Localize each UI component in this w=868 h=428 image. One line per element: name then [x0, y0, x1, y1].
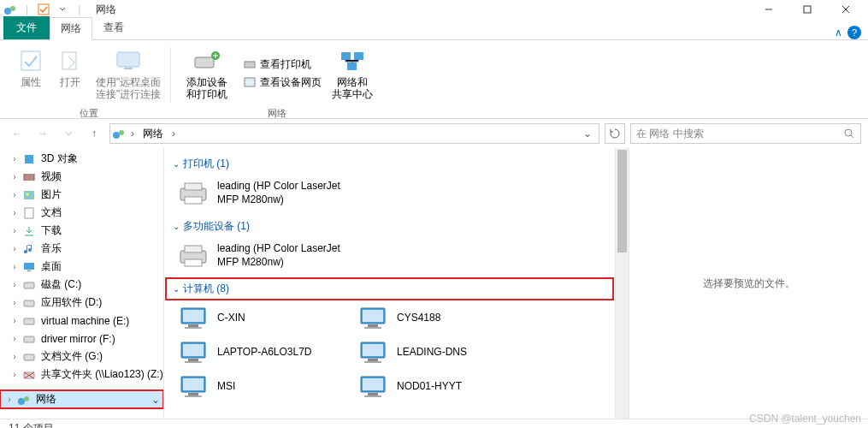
chevron-right-icon[interactable]: › — [129, 128, 136, 140]
folder-icon — [22, 278, 36, 292]
expand-icon[interactable]: › — [9, 316, 21, 325]
refresh-button[interactable] — [605, 123, 625, 144]
device-label: CYS4188 — [397, 312, 528, 325]
device-item[interactable]: LEADING-DNS — [352, 336, 532, 370]
minimize-button[interactable] — [749, 0, 788, 20]
tree-item[interactable]: ›文档文件 (G:) — [0, 348, 163, 366]
tab-view[interactable]: 查看 — [92, 16, 135, 39]
tree-item[interactable]: ›视频 — [0, 168, 163, 186]
svg-rect-6 — [117, 52, 139, 67]
folder-icon — [22, 350, 36, 364]
tree-item[interactable]: ›共享文件夹 (\\Liao123) (Z:) — [0, 366, 163, 383]
expand-icon[interactable]: › — [9, 334, 21, 343]
svg-rect-13 — [354, 52, 363, 60]
expand-icon[interactable]: › — [9, 244, 21, 253]
tree-label: 网络 — [36, 392, 56, 407]
ribbon-properties[interactable]: 属性 — [12, 44, 50, 104]
svg-rect-48 — [183, 344, 204, 356]
device-item[interactable]: NOD01-HYYT — [352, 370, 532, 404]
status-bar: 11 个项目 — [0, 419, 868, 428]
group-header[interactable]: ⌄打印机 (1) — [166, 153, 613, 175]
computer-icon — [356, 339, 390, 366]
device-item[interactable]: C-XIN — [173, 301, 352, 336]
svg-point-16 — [119, 130, 124, 135]
tab-network[interactable]: 网络 — [50, 17, 92, 40]
ribbon-open[interactable]: 打开 — [51, 44, 89, 104]
qat-dropdown-icon[interactable] — [56, 3, 69, 16]
search-input[interactable]: 在 网络 中搜索 — [630, 123, 861, 144]
ribbon-view-printers[interactable]: 查看打印机 — [239, 56, 325, 74]
tree-item-network[interactable]: ›网络⌄ — [0, 390, 163, 408]
items-view[interactable]: ⌄打印机 (1)leading (HP Color LaserJet MFP M… — [164, 148, 615, 419]
expand-icon[interactable]: › — [9, 226, 21, 235]
back-button[interactable]: ← — [7, 123, 27, 144]
expand-icon[interactable]: › — [9, 298, 21, 307]
svg-rect-25 — [24, 282, 34, 288]
tree-item[interactable]: ›下载 — [0, 222, 163, 240]
device-label: NOD01-HYYT — [397, 380, 528, 394]
qat-properties-icon[interactable] — [37, 3, 50, 16]
device-label: leading (HP Color LaserJet MFP M280nw) — [217, 180, 349, 206]
tree-label: 图片 — [41, 187, 62, 202]
chevron-down-icon[interactable]: ⌄ — [151, 394, 163, 406]
navigation-tree[interactable]: ›3D 对象›视频›图片›文档›下载›音乐›桌面›磁盘 (C:)›应用软件 (D… — [0, 148, 164, 419]
forward-button[interactable]: → — [32, 123, 53, 144]
group-header[interactable]: ⌄计算机 (8) — [166, 278, 613, 300]
up-button[interactable]: ↑ — [84, 123, 104, 144]
recent-dropdown[interactable] — [58, 123, 79, 144]
folder-icon — [22, 332, 36, 346]
ribbon-group-location: 位置 — [80, 104, 98, 122]
ribbon-collapse-icon[interactable]: ∧ — [835, 27, 842, 39]
group-name: 打印机 (1) — [183, 157, 229, 171]
tree-item[interactable]: ›3D 对象 — [0, 150, 163, 168]
breadcrumb-network[interactable]: 网络 — [139, 125, 167, 143]
ribbon-remote-desktop[interactable]: 使用"远程桌面 连接"进行连接 — [91, 44, 166, 104]
address-bar[interactable]: › 网络 › ⌄ — [109, 123, 599, 144]
maximize-button[interactable] — [788, 0, 826, 20]
tree-item[interactable]: ›应用软件 (D:) — [0, 294, 163, 312]
tree-item[interactable]: ›桌面 — [0, 258, 163, 276]
tree-item[interactable]: ›图片 — [0, 186, 163, 204]
address-dropdown-icon[interactable]: ⌄ — [578, 128, 597, 140]
close-button[interactable] — [826, 0, 865, 20]
ribbon-add-devices[interactable]: 添加设备 和打印机 — [176, 44, 238, 104]
expand-icon[interactable]: › — [9, 262, 21, 271]
device-item[interactable]: leading (HP Color LaserJet MFP M280nw) — [173, 176, 352, 211]
window-title: 网络 — [96, 3, 116, 17]
device-label: leading (HP Color LaserJet MFP M280nw) — [217, 242, 349, 269]
tree-item[interactable]: ›磁盘 (C:) — [0, 276, 163, 294]
scrollbar-thumb[interactable] — [617, 150, 627, 253]
expand-icon[interactable]: › — [9, 154, 21, 163]
expand-icon[interactable]: › — [9, 208, 21, 217]
expand-icon[interactable]: › — [9, 280, 21, 289]
expand-icon[interactable]: › — [9, 370, 21, 379]
tree-label: 3D 对象 — [41, 152, 78, 166]
expand-icon[interactable]: › — [3, 395, 15, 404]
group-header[interactable]: ⌄多功能设备 (1) — [166, 216, 613, 237]
chevron-down-icon: ⌄ — [173, 222, 180, 231]
device-item[interactable]: LAPTOP-A6LO3L7D — [173, 336, 352, 370]
ribbon-network-center[interactable]: 网络和 共享中心 — [327, 44, 378, 104]
svg-rect-46 — [364, 327, 381, 329]
tree-item[interactable]: ›音乐 — [0, 240, 163, 258]
expand-icon[interactable]: › — [9, 172, 21, 181]
device-item[interactable]: CYS4188 — [352, 301, 532, 336]
group-name: 多功能设备 (1) — [183, 219, 250, 234]
expand-icon[interactable]: › — [9, 352, 21, 361]
device-item[interactable]: leading (HP Color LaserJet MFP M280nw) — [173, 239, 352, 273]
help-icon[interactable]: ? — [847, 26, 861, 39]
tab-file[interactable]: 文件 — [3, 16, 50, 39]
ribbon-view-devices[interactable]: 查看设备网页 — [239, 74, 325, 92]
svg-point-32 — [24, 396, 29, 401]
svg-point-31 — [18, 398, 25, 405]
chevron-right-icon[interactable]: › — [170, 128, 177, 140]
tree-item[interactable]: ›文档 — [0, 204, 163, 222]
svg-rect-12 — [341, 52, 351, 60]
tree-item[interactable]: ›driver mirror (F:) — [0, 330, 163, 348]
device-item[interactable]: MSI — [173, 370, 352, 404]
svg-rect-26 — [24, 300, 34, 306]
scrollbar[interactable] — [615, 148, 629, 419]
svg-rect-28 — [24, 336, 34, 342]
tree-item[interactable]: ›virtual machine (E:) — [0, 312, 163, 330]
expand-icon[interactable]: › — [9, 190, 21, 199]
